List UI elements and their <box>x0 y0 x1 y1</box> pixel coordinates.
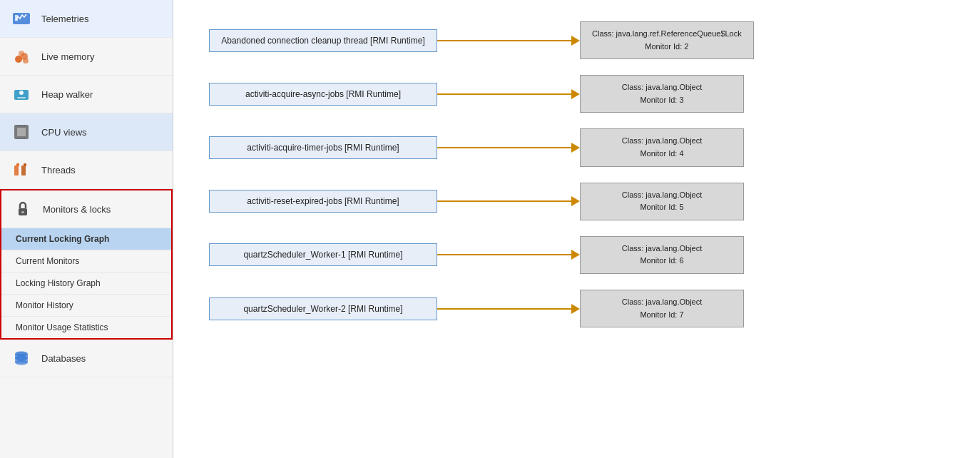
monitor-box: Class: java.lang.ObjectMonitor Id: 4 <box>580 128 744 166</box>
arrow-line <box>437 196 580 206</box>
svg-rect-10 <box>17 128 26 136</box>
sidebar-item-heap-walker-label: Heap walker <box>41 89 93 100</box>
monitor-class: Class: java.lang.Object <box>622 136 703 145</box>
sidebar-item-cpu-views-label: CPU views <box>41 127 87 138</box>
sidebar-item-threads[interactable]: Threads <box>0 151 173 189</box>
graph-row: quartzScheduler_Worker-2 [RMI Runtime]Cl… <box>209 290 944 327</box>
thread-box[interactable]: Abandoned connection cleanup thread [RMI… <box>209 29 437 52</box>
sidebar-item-live-memory-label: Live memory <box>41 51 94 62</box>
sidebar-item-telemetries[interactable]: Telemetries <box>0 0 173 38</box>
arrow-head-icon <box>571 250 580 260</box>
sidebar-item-threads-label: Threads <box>41 165 76 175</box>
monitors-locks-section: Monitors & locks Current Locking Graph C… <box>0 189 173 340</box>
sidebar-item-telemetries-label: Telemetries <box>41 14 88 24</box>
arrow-head-icon <box>571 89 580 99</box>
heap-walker-icon <box>10 83 33 106</box>
arrow-head-icon <box>571 36 580 46</box>
graph-row: activiti-acquire-async-jobs [RMI Runtime… <box>209 75 944 113</box>
threads-icon <box>10 158 33 181</box>
monitor-id: Monitor Id: 3 <box>640 96 683 104</box>
svg-point-5 <box>23 58 29 63</box>
monitor-class: Class: java.lang.Object <box>622 244 703 253</box>
sub-item-current-monitors[interactable]: Current Monitors <box>1 250 171 272</box>
arrow-head-icon <box>571 196 580 206</box>
monitor-class: Class: java.lang.ref.ReferenceQueue$Lock <box>592 29 742 38</box>
monitor-id: Monitor Id: 6 <box>640 256 683 265</box>
svg-rect-19 <box>21 166 26 175</box>
monitor-id: Monitor Id: 7 <box>640 310 683 319</box>
monitor-box: Class: java.lang.ref.ReferenceQueue$Lock… <box>580 21 754 59</box>
thread-box[interactable]: activiti-acquire-async-jobs [RMI Runtime… <box>209 83 437 106</box>
databases-icon <box>10 347 33 370</box>
sidebar-item-databases-label: Databases <box>41 353 86 364</box>
live-memory-icon <box>10 45 33 68</box>
thread-box[interactable]: activiti-reset-expired-jobs [RMI Runtime… <box>209 190 437 213</box>
monitor-box: Class: java.lang.ObjectMonitor Id: 5 <box>580 183 744 220</box>
sidebar-item-databases[interactable]: Databases <box>0 340 173 377</box>
arrow-head-icon <box>571 143 580 153</box>
monitor-id: Monitor Id: 4 <box>640 149 683 158</box>
monitor-box: Class: java.lang.ObjectMonitor Id: 3 <box>580 75 744 113</box>
sub-item-locking-history-graph[interactable]: Locking History Graph <box>1 272 171 294</box>
sub-item-monitor-usage-statistics[interactable]: Monitor Usage Statistics <box>1 316 171 338</box>
arrow-line <box>437 250 580 260</box>
svg-point-27 <box>15 360 28 365</box>
monitor-id: Monitor Id: 2 <box>645 42 688 51</box>
monitor-id: Monitor Id: 5 <box>640 203 683 211</box>
telemetries-icon <box>10 7 33 30</box>
monitor-class: Class: java.lang.Object <box>622 190 703 199</box>
sidebar-item-monitors-locks[interactable]: Monitors & locks <box>1 190 171 228</box>
arrow-line <box>437 143 580 153</box>
arrow-line <box>437 304 580 314</box>
thread-box[interactable]: quartzScheduler_Worker-1 [RMI Runtime] <box>209 243 437 266</box>
graph-row: activiti-reset-expired-jobs [RMI Runtime… <box>209 183 944 220</box>
sidebar-item-heap-walker[interactable]: Heap walker <box>0 76 173 113</box>
cpu-views-icon <box>10 121 33 143</box>
thread-box[interactable]: quartzScheduler_Worker-2 [RMI Runtime] <box>209 297 437 320</box>
graph-row: quartzScheduler_Worker-1 [RMI Runtime]Cl… <box>209 236 944 274</box>
graph-row: Abandoned connection cleanup thread [RMI… <box>209 21 944 59</box>
svg-rect-8 <box>17 97 26 98</box>
svg-point-4 <box>19 51 24 56</box>
monitor-box: Class: java.lang.ObjectMonitor Id: 7 <box>580 290 744 327</box>
arrow-line <box>437 36 580 46</box>
sidebar: Telemetries Live memory Heap walker <box>0 0 173 458</box>
arrow-line <box>437 89 580 99</box>
svg-rect-17 <box>14 166 19 175</box>
arrow-head-icon <box>571 304 580 314</box>
sub-item-current-locking-graph[interactable]: Current Locking Graph <box>1 228 171 250</box>
locking-graph: Abandoned connection cleanup thread [RMI… <box>195 14 959 335</box>
svg-rect-18 <box>16 163 19 166</box>
thread-box[interactable]: activiti-acquire-timer-jobs [RMI Runtime… <box>209 136 437 159</box>
svg-rect-22 <box>21 211 24 213</box>
sidebar-item-cpu-views[interactable]: CPU views <box>0 113 173 151</box>
main-content: Abandoned connection cleanup thread [RMI… <box>173 0 980 458</box>
monitors-locks-icon <box>11 198 34 220</box>
sub-item-monitor-history[interactable]: Monitor History <box>1 294 171 316</box>
monitor-class: Class: java.lang.Object <box>622 83 703 91</box>
monitors-locks-label: Monitors & locks <box>43 204 111 215</box>
monitors-sub-items: Current Locking Graph Current Monitors L… <box>1 228 171 338</box>
sidebar-item-live-memory[interactable]: Live memory <box>0 38 173 76</box>
graph-row: activiti-acquire-timer-jobs [RMI Runtime… <box>209 128 944 166</box>
svg-rect-20 <box>24 163 26 166</box>
svg-point-7 <box>19 91 24 95</box>
monitor-class: Class: java.lang.Object <box>622 297 703 306</box>
monitor-box: Class: java.lang.ObjectMonitor Id: 6 <box>580 236 744 274</box>
